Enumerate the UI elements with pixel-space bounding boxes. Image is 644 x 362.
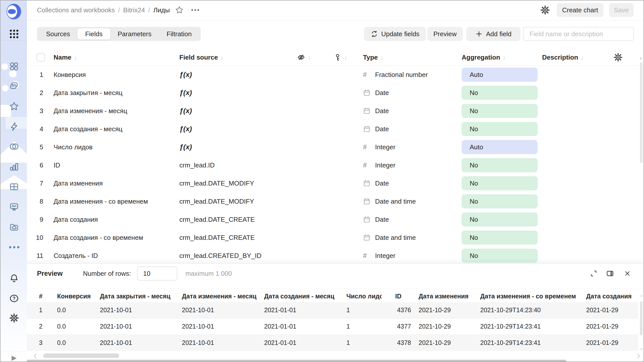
number-type-icon: # [363, 143, 373, 151]
breadcrumb-workbook[interactable]: Bitrix24 [123, 6, 145, 14]
sort-arrow-icon[interactable]: ↓ [74, 54, 77, 61]
column-key[interactable]: ↓ [334, 53, 363, 61]
aggregation-select[interactable]: No [462, 194, 538, 208]
aggregation-select[interactable]: No [462, 212, 538, 227]
save-button[interactable]: Save [609, 3, 634, 17]
aggregation-select[interactable]: No [462, 231, 538, 245]
hscroll-right-icon[interactable]: › [637, 350, 640, 361]
aggregation-select[interactable]: Auto [462, 68, 538, 82]
help-button[interactable]: ? [9, 293, 19, 304]
sort-arrow-icon[interactable]: ↓ [380, 54, 384, 61]
preview-dock-button[interactable] [605, 268, 616, 279]
datalens-logo[interactable] [6, 4, 22, 20]
field-row[interactable]: 5 Число лидов ƒ(x) # Integer Auto [27, 138, 638, 156]
sort-arrow-icon[interactable]: ↓ [344, 54, 347, 61]
field-search-input[interactable] [523, 27, 634, 41]
rows-count-input[interactable] [137, 266, 177, 281]
hscroll-left-icon[interactable]: ‹ [33, 350, 37, 361]
sidebar-item-monitoring[interactable] [9, 202, 19, 212]
preview-toggle-button[interactable]: Preview [427, 27, 463, 41]
column-aggregation[interactable]: Aggregation ↓ [462, 54, 542, 61]
field-row-number: 4 [27, 125, 54, 133]
preview-table-body: 10.02021-10-012021-10-012021-01-01143762… [27, 302, 638, 351]
preview-scroll-down-icon[interactable]: ▼ [640, 347, 643, 351]
more-menu-button[interactable] [191, 9, 199, 11]
calendar-type-icon [363, 234, 373, 241]
select-all-checkbox[interactable] [36, 53, 45, 62]
column-description[interactable]: Description ↓ [542, 54, 638, 61]
all-services-button[interactable] [9, 29, 19, 39]
column-name[interactable]: Name ↓ [54, 54, 179, 61]
settings-button[interactable] [9, 313, 19, 323]
page-hscrollbar[interactable] [27, 360, 566, 361]
create-chart-button[interactable]: Create chart [557, 3, 603, 17]
aggregation-select[interactable]: No [462, 122, 538, 136]
notifications-button[interactable] [9, 273, 19, 284]
tab-fields[interactable]: Fields [77, 28, 110, 39]
preview-fullscreen-button[interactable] [588, 268, 599, 279]
sort-arrow-icon[interactable]: ↓ [220, 54, 224, 61]
aggregation-select[interactable]: No [462, 104, 538, 118]
sort-arrow-icon[interactable]: ↓ [503, 54, 506, 61]
calendar-type-icon [363, 216, 373, 223]
sidebar-item-editor[interactable] [9, 121, 19, 132]
field-row-number: 9 [27, 216, 54, 223]
field-type: Date and time [363, 198, 462, 205]
update-fields-button[interactable]: Update fields [364, 27, 426, 41]
more-icon [9, 246, 19, 248]
field-row[interactable]: 11 Создатель - ID crm_lead.CREATED_BY_ID… [27, 247, 638, 265]
field-row[interactable]: 6 ID crm_lead.ID # Integer No [27, 156, 638, 174]
field-row[interactable]: 7 Дата изменения crm_lead.DATE_MODIFY Da… [27, 174, 638, 192]
field-row[interactable]: 9 Дата создания crm_lead.DATE_CREATE Dat… [27, 210, 638, 229]
tab-filtration[interactable]: Filtration [159, 28, 199, 39]
close-icon [624, 270, 631, 277]
preview-cell: 2021-10-01 [182, 302, 264, 318]
aggregation-select[interactable]: No [462, 86, 538, 100]
preview-close-button[interactable] [622, 268, 633, 279]
sidebar-item-storage[interactable] [9, 222, 19, 232]
dataset-settings-button[interactable] [540, 5, 550, 15]
tab-parameters[interactable]: Parameters [110, 28, 159, 39]
expand-sidebar-button[interactable]: ▶ [9, 352, 19, 362]
field-row[interactable]: 10 Дата создания - со временем crm_lead.… [27, 229, 638, 247]
field-type-label: Date [375, 216, 389, 223]
favorite-star-button[interactable] [175, 6, 184, 14]
preview-scroll-up-icon[interactable]: ▲ [640, 293, 643, 297]
sidebar-item-datasets[interactable] [9, 182, 19, 192]
aggregation-select[interactable]: No [462, 176, 538, 190]
column-type[interactable]: Type ↓ [363, 54, 462, 61]
fields-scrollbar-thumb[interactable] [640, 62, 642, 163]
field-row[interactable]: 8 Дата изменения - со временем crm_lead.… [27, 192, 638, 210]
sidebar-item-favorites[interactable] [9, 101, 19, 112]
fields-scroll-up-icon[interactable]: ▲ [639, 56, 643, 60]
column-hidden[interactable]: ↓ [297, 53, 334, 62]
sidebar-item-charts[interactable] [9, 161, 19, 172]
connections-icon [9, 142, 19, 152]
calendar-type-icon [363, 107, 373, 115]
field-row[interactable]: 3 Дата изменения - месяц ƒ(x) Date No [27, 102, 638, 120]
aggregation-select[interactable]: No [462, 249, 538, 263]
sidebar-item-dashboards[interactable] [9, 61, 19, 72]
columns-settings-button[interactable] [614, 53, 623, 62]
field-row[interactable]: 4 Дата создания - месяц ƒ(x) Date No [27, 120, 638, 138]
sidebar-item-connections[interactable] [9, 141, 19, 152]
field-row[interactable]: 1 Конверсия ƒ(x) # Fractional number Aut… [27, 66, 638, 84]
field-row[interactable]: 2 Дата закрытия - месяц ƒ(x) Date No [27, 84, 638, 102]
star-icon [175, 6, 184, 14]
sort-arrow-icon[interactable]: ↓ [581, 54, 584, 61]
sort-arrow-icon[interactable]: ↓ [308, 54, 311, 61]
add-field-button[interactable]: Add field [466, 27, 520, 41]
tab-sources[interactable]: Sources [38, 28, 77, 39]
field-name: ID [54, 161, 179, 169]
aggregation-select[interactable]: No [462, 158, 538, 172]
breadcrumb-collections[interactable]: Collections and workbooks [37, 6, 115, 14]
sidebar-item-more[interactable] [9, 242, 19, 252]
preview-cell: 4376 [382, 302, 419, 318]
aggregation-select[interactable]: Auto [462, 140, 538, 154]
column-field-source[interactable]: Field source ↓ [179, 54, 297, 61]
hscrollbar-thumb[interactable] [43, 353, 119, 358]
preview-scrollbar-thumb[interactable] [640, 301, 642, 335]
number-type-icon: # [363, 161, 373, 169]
sidebar-item-workbooks[interactable] [9, 81, 19, 92]
field-type-label: Integer [375, 252, 395, 260]
